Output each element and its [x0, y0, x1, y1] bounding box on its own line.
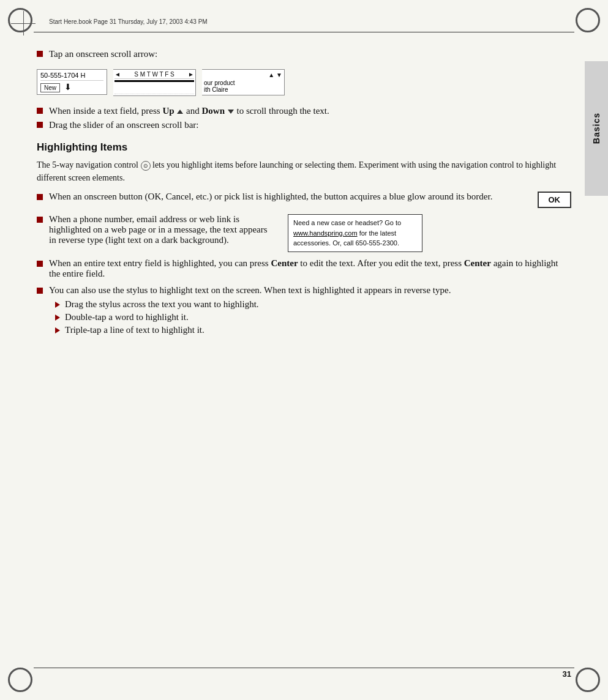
corner-decoration-bl — [5, 658, 42, 695]
cal-days-label: S M T W T F S — [134, 71, 174, 78]
sub-bullet-text-2: Double-tap a word to highlight it. — [65, 312, 189, 322]
section-heading: Highlighting Items — [37, 141, 571, 154]
appointment-text: our product ith Claire — [204, 80, 282, 93]
section-body-paragraph: The 5-way navigation control ⊙ lets you … — [37, 158, 571, 184]
crosshair-tl — [11, 11, 36, 35]
bullet-item-3: Drag the slider of an onscreen scroll ba… — [37, 120, 571, 130]
spiral-bl — [8, 668, 32, 692]
highlight-bullet-text-1: When an onscreen button (OK, Cancel, etc… — [49, 192, 525, 202]
bullet-square-h1 — [37, 194, 43, 200]
highlight-bullet-text-2: When a phone number, email address or we… — [49, 214, 276, 245]
new-button: New — [40, 83, 60, 92]
down-arrow-icon — [228, 110, 234, 114]
page-number: 31 — [563, 669, 571, 679]
sub-bullet-3: Triple-tap a line of text to highlight i… — [55, 325, 571, 335]
main-content: Tap an onscreen scroll arrow: 50-555-170… — [37, 37, 571, 663]
sidebar-label: Basics — [591, 113, 601, 144]
spiral-tr — [576, 8, 600, 32]
corner-decoration-tr — [566, 5, 603, 42]
sub-bullet-text-3: Triple-tap a line of text to highlight i… — [65, 325, 205, 335]
calendar-header: ◄ S M T W T F S ► — [114, 71, 194, 79]
highlight-bullet-2: When a phone number, email address or we… — [37, 214, 571, 252]
bullet-item-2: When inside a text field, press Up and D… — [37, 106, 571, 116]
section-body-text: The 5-way navigation control — [37, 160, 141, 169]
highlight-bullet-3: When an entire text entry field is highl… — [37, 258, 571, 279]
corner-decoration-br — [566, 658, 603, 695]
sub-bullet-2: Double-tap a word to highlight it. — [55, 312, 571, 322]
url-link: www.handspring.com — [293, 229, 358, 237]
appointment-screenshot: ▲ ▼ our product ith Claire — [202, 69, 285, 95]
calendar-screenshot: ◄ S M T W T F S ► — [113, 69, 196, 96]
highlight-bullet-1: When an onscreen button (OK, Cancel, etc… — [37, 192, 571, 208]
url-box-area: Need a new case or headset? Go to www.ha… — [288, 214, 422, 252]
appointment-icons: ▲ ▼ — [204, 72, 282, 78]
header-bar — [34, 32, 574, 32]
sub-bullet-1: Drag the stylus across the text you want… — [55, 299, 571, 310]
nav-down-icon: ▼ — [276, 72, 282, 78]
bullet-square-3 — [37, 122, 43, 128]
nav-control-icon: ⊙ — [141, 161, 151, 171]
phone-controls: New ⬇ — [40, 82, 103, 92]
nav-up-icon: ▲ — [268, 72, 274, 78]
cal-right-arrow-icon: ► — [188, 71, 194, 78]
down-arrow-icon: ⬇ — [64, 82, 72, 92]
corner-decoration-tl — [5, 5, 42, 42]
bullet-text-3: Drag the slider of an onscreen scroll ba… — [49, 120, 199, 130]
bullet-square-h3 — [37, 261, 43, 267]
spiral-br — [576, 668, 600, 692]
url-box: Need a new case or headset? Go to www.ha… — [288, 214, 422, 252]
sub-bullet-arrow-1 — [55, 302, 60, 308]
up-arrow-icon — [177, 110, 183, 114]
bullet-square-2 — [37, 108, 43, 114]
sub-bullet-text-1: Drag the stylus across the text you want… — [65, 299, 259, 310]
highlight-bullet-4: You can also use the stylus to highlight… — [37, 285, 571, 296]
footer-bar — [34, 668, 574, 668]
sub-bullet-arrow-3 — [55, 327, 60, 333]
ok-button-area: OK — [538, 192, 572, 208]
ok-button-image: OK — [538, 192, 572, 208]
header-text: Start Here.book Page 31 Thursday, July 1… — [49, 18, 208, 25]
phone-screenshot: 50-555-1704 H New ⬇ — [37, 69, 107, 95]
sidebar: Basics — [585, 61, 608, 196]
screenshot-composite: 50-555-1704 H New ⬇ ◄ S M T W T F S — [37, 69, 571, 96]
cal-left-arrow-icon: ◄ — [114, 71, 121, 78]
bullet-square-h2 — [37, 217, 43, 223]
phone-number: 50-555-1704 H — [40, 72, 103, 81]
bullet-square-h4 — [37, 288, 43, 294]
sub-bullet-arrow-2 — [55, 315, 60, 321]
bullet-item-1: Tap an onscreen scroll arrow: — [37, 49, 571, 59]
bullet-square-1 — [37, 51, 43, 57]
url-box-line1: Need a new case or headset? Go to — [293, 219, 401, 226]
calendar-line — [114, 82, 194, 94]
bullet-text-2: When inside a text field, press Up and D… — [49, 106, 329, 116]
highlight-bullet-text-3: When an entire text entry field is highl… — [49, 258, 571, 279]
bullet-text-1: Tap an onscreen scroll arrow: — [49, 49, 157, 59]
highlight-bullet-text-4: You can also use the stylus to highlight… — [49, 285, 451, 296]
